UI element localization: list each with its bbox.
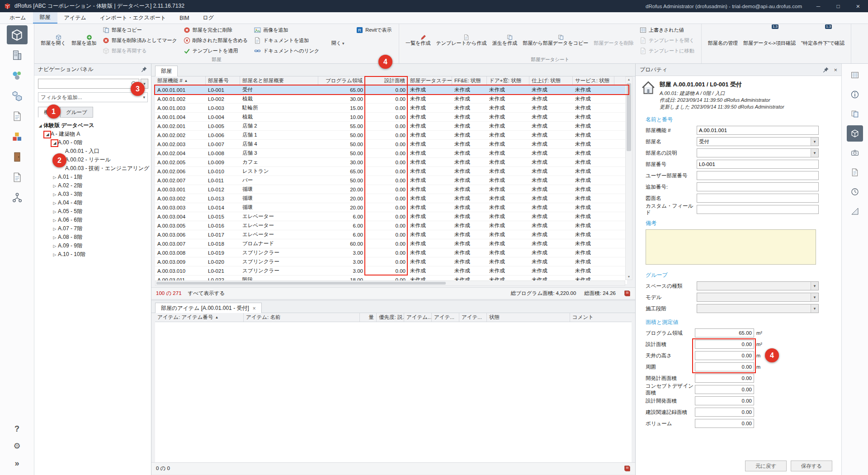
- tab-rooms[interactable]: 部屋: [33, 12, 57, 24]
- include-deleted-rooms-button[interactable]: 削除された部屋を含める: [182, 36, 250, 45]
- area-value-input[interactable]: 0.00: [695, 419, 754, 428]
- pin-icon[interactable]: [822, 66, 829, 73]
- col-room-function[interactable]: 部屋機能 #▲: [155, 76, 206, 85]
- tree-expander[interactable]: ▷: [52, 192, 58, 197]
- buildings-icon[interactable]: [7, 46, 28, 65]
- scrollbar-thumb[interactable]: [156, 282, 446, 285]
- delete-room-permanently-button[interactable]: 部屋を完全に削除: [182, 25, 250, 35]
- tab-bim[interactable]: BIM: [173, 12, 196, 24]
- tree-expander[interactable]: ◢: [37, 124, 43, 128]
- maximize-button[interactable]: □: [828, 0, 848, 12]
- area-value-input[interactable]: 0.00: [695, 396, 754, 405]
- add-image-button[interactable]: 画像を追加: [252, 25, 321, 35]
- tree-item-floor-3[interactable]: ▷A.03 - 3階: [34, 190, 151, 199]
- tab-home[interactable]: ホーム: [3, 12, 33, 24]
- col-design-area[interactable]: 設計面積: [365, 76, 408, 85]
- room-row[interactable]: A.00.02.003 L0-007 店舗 4 50.00 0.00 未作成 未…: [155, 140, 627, 149]
- room-row[interactable]: A.00.01.001 L0-001 受付 65.00 0.00 未作成 未作成…: [155, 86, 627, 95]
- col-priority[interactable]: 優先度: 説...: [377, 313, 404, 322]
- check-specific-conditions-button[interactable]: 1.3 "特定条件下"で確認: [798, 25, 847, 47]
- tree-item-floor-9[interactable]: ▷A.09 - 9階: [34, 242, 151, 250]
- shapes-icon[interactable]: [7, 66, 28, 85]
- area-value-input[interactable]: 0.00: [695, 362, 754, 371]
- scrollbar-thumb[interactable]: [627, 83, 631, 151]
- tree-expander[interactable]: ▷: [52, 218, 58, 223]
- room-row[interactable]: A.00.03.009 L0-020 スプリンクラー 3.00 0.00 未作成…: [155, 257, 627, 266]
- chevron-down-icon[interactable]: ▾: [811, 282, 818, 290]
- mark-room-deleted-button[interactable]: 部屋を削除済みとしてマーク: [101, 36, 179, 45]
- tree-expander[interactable]: ▷: [52, 227, 58, 231]
- tree-expander[interactable]: ▷: [52, 209, 58, 214]
- nav-tab-group[interactable]: グループ: [60, 107, 93, 118]
- additional-number-input[interactable]: [697, 182, 819, 191]
- room-row[interactable]: A.00.02.001 L0-005 店舗 2 55.00 0.00 未作成 未…: [155, 122, 627, 131]
- delete-room-data-button[interactable]: 部屋データを削除: [591, 25, 637, 47]
- overridden-values-button[interactable]: 上書きされた値: [638, 25, 696, 35]
- room-row[interactable]: A.00.03.001 L0-012 循環 20.00 0.00 未作成 未作成…: [155, 185, 627, 194]
- chevron-down-icon[interactable]: ▾: [811, 304, 818, 313]
- items-cubes-icon[interactable]: [7, 86, 28, 105]
- col-item-number[interactable]: アイテム: アイテム番号▲: [155, 313, 244, 322]
- space-type-combo[interactable]: ▾: [697, 281, 819, 290]
- area-value-input[interactable]: 0.00: [695, 408, 754, 417]
- area-value-input[interactable]: 0.00: [695, 340, 754, 349]
- blocks-icon[interactable]: [7, 127, 28, 146]
- expand-rail-icon[interactable]: »: [7, 455, 28, 471]
- info-icon[interactable]: [847, 86, 863, 103]
- area-value-input[interactable]: 0.00: [695, 374, 754, 383]
- create-derived-button[interactable]: 派生を作成: [489, 25, 520, 47]
- tree-item-building-a[interactable]: ◢A - 建築物 A: [34, 130, 151, 138]
- room-function-input[interactable]: [697, 126, 819, 135]
- measure-ruler-icon[interactable]: [847, 203, 863, 219]
- tree-expander[interactable]: ▷: [52, 175, 58, 180]
- pin-icon[interactable]: [141, 66, 147, 73]
- tree-expander[interactable]: ▷: [52, 184, 58, 188]
- copies-icon[interactable]: [847, 106, 863, 122]
- tree-expander[interactable]: ▷: [52, 235, 58, 240]
- room-row[interactable]: A.00.02.004 L0-008 店舗 3 50.00 0.00 未作成 未…: [155, 149, 627, 158]
- col-item-6[interactable]: アイテ...: [459, 313, 487, 322]
- undo-button[interactable]: 元に戻す: [745, 461, 787, 471]
- chevron-down-icon[interactable]: ▾: [811, 293, 818, 301]
- col-door-window-status[interactable]: ドア+窓: 状態: [487, 76, 529, 85]
- room-row[interactable]: A.00.03.006 L0-017 エレベーター 6.00 0.00 未作成 …: [155, 230, 627, 239]
- chevron-down-icon[interactable]: ▾: [811, 149, 818, 157]
- www-open-button[interactable]: 開く▾: [322, 25, 353, 47]
- tree-expander[interactable]: ▷: [52, 244, 58, 248]
- construction-stage-combo[interactable]: ▾: [697, 304, 819, 313]
- tree-item-retail[interactable]: A.00.02 - リテール: [34, 156, 151, 164]
- horizontal-scrollbar[interactable]: [155, 280, 625, 286]
- model-combo[interactable]: ▾: [697, 293, 819, 302]
- col-program-area[interactable]: プログラム領域: [318, 76, 365, 85]
- minimize-button[interactable]: ─: [808, 0, 828, 12]
- settings-gear-icon[interactable]: ⚙: [7, 438, 28, 454]
- tree-item-floor-2[interactable]: ▷A.02 - 2階: [34, 181, 151, 190]
- reopen-room-button[interactable]: 部屋を再開する: [101, 46, 179, 56]
- tree-item-floor-4[interactable]: ▷A.04 - 4階: [34, 199, 151, 207]
- tab-log[interactable]: ログ: [196, 12, 221, 24]
- add-document-button[interactable]: ドキュメントを追加: [252, 36, 321, 45]
- tree-expander[interactable]: ◢: [44, 132, 51, 137]
- notes-textarea[interactable]: [646, 229, 816, 265]
- close-panel-icon[interactable]: ×: [834, 66, 837, 73]
- room-row[interactable]: A.00.01.003 L0-003 駐輪所 15.00 0.00 未作成 未作…: [155, 104, 627, 113]
- room-row[interactable]: A.00.03.004 L0-015 エレベーター 6.00 0.00 未作成 …: [155, 212, 627, 221]
- room-row[interactable]: A.00.02.006 L0-010 レストラン 65.00 0.00 未作成 …: [155, 167, 627, 176]
- room-row[interactable]: A.00.02.002 L0-006 店舗 1 50.00 0.00 未作成 未…: [155, 131, 627, 140]
- tree-item-floor-5[interactable]: ▷A.05 - 5階: [34, 207, 151, 216]
- room-name-description-combo[interactable]: ▾: [697, 148, 819, 157]
- col-room-name[interactable]: 部屋名と部屋概要: [240, 76, 318, 85]
- report-book-icon[interactable]: [624, 290, 631, 297]
- tab-items[interactable]: アイテム: [57, 12, 93, 24]
- tree-item-floor-8[interactable]: ▷A.08 - 8階: [34, 233, 151, 242]
- apply-template-button[interactable]: テンプレートを適用: [182, 46, 250, 56]
- camera-icon[interactable]: [847, 145, 863, 161]
- create-datasheet-button[interactable]: 一覧を作成: [403, 25, 434, 47]
- room-row[interactable]: A.00.01.002 L0-002 植栽 30.00 0.00 未作成 未作成…: [155, 95, 627, 104]
- area-value-input[interactable]: 0.00: [695, 385, 754, 394]
- tree-expander[interactable]: ◢: [52, 141, 58, 145]
- tree-expander[interactable]: ▷: [52, 201, 58, 205]
- col-finish-status[interactable]: 仕上げ: 状態: [529, 76, 573, 85]
- user-room-number-input[interactable]: [697, 171, 819, 180]
- link-document-button[interactable]: ドキュメントへのリンク: [252, 46, 321, 56]
